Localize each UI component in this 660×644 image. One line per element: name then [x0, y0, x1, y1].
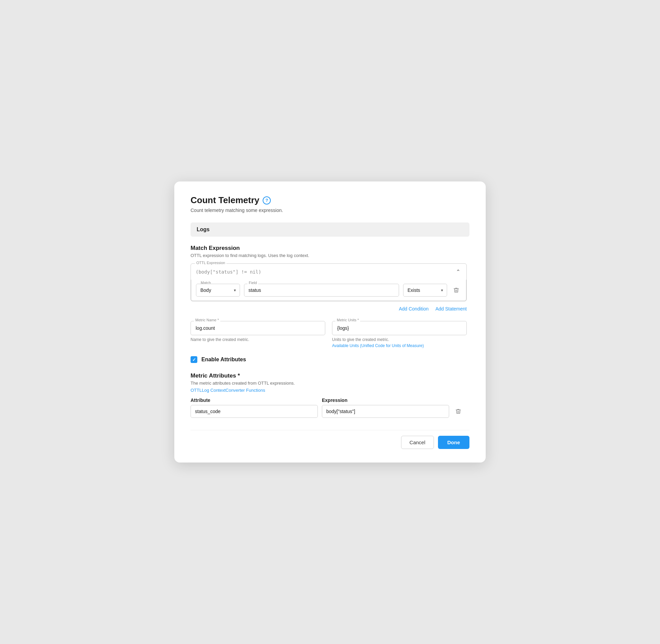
metric-name-input-wrapper: Metric Name * [191, 321, 325, 335]
attributes-title: Metric Attributes * [191, 372, 467, 379]
attribute-input[interactable] [191, 405, 318, 418]
operator-select-wrapper: ExistsEqualsNot EqualsContains [403, 284, 447, 297]
metric-units-input[interactable] [332, 321, 467, 335]
match-expression-section: Match Expression OTTL expression to find… [191, 245, 467, 312]
content-area: Match Expression OTTL expression to find… [191, 245, 469, 418]
metric-units-wrapper: Metric Units * Units to give the created… [332, 321, 467, 348]
modal-header: Count Telemetry ? Count telemetry matchi… [191, 195, 469, 213]
match-expression-desc: OTTL expression to find matching logs. U… [191, 253, 467, 258]
add-links-row: Add Condition Add Statement [191, 306, 467, 312]
metric-name-label: Metric Name * [194, 318, 220, 322]
match-select[interactable]: BodyAttributesResource [196, 284, 240, 297]
attribute-delete-button[interactable] [453, 406, 467, 416]
condition-row: Match BodyAttributesResource Field Exist… [191, 280, 466, 301]
add-condition-button[interactable]: Add Condition [399, 306, 428, 312]
col-expression-label: Expression [322, 398, 449, 403]
cancel-button[interactable]: Cancel [401, 436, 434, 449]
condition-delete-button[interactable] [451, 285, 461, 295]
operator-field-group: ExistsEqualsNot EqualsContains [403, 284, 447, 297]
ottl-expression-container: OTTL Expression (body["status"] != nil) … [191, 263, 467, 301]
ottl-collapse-button[interactable]: ⌃ [455, 268, 462, 276]
col-attribute-label: Attribute [191, 398, 318, 403]
checkbox-check-icon: ✓ [192, 358, 196, 362]
field-field-group: Field [244, 284, 399, 297]
metric-units-helper: Units to give the created metric. [332, 337, 467, 342]
ottl-label: OTTL Expression [195, 261, 226, 265]
add-statement-button[interactable]: Add Statement [435, 306, 467, 312]
field-input[interactable] [244, 284, 399, 297]
enable-attributes-label: Enable Attributes [201, 357, 246, 363]
metric-attributes-section: Metric Attributes * The metric attribute… [191, 372, 467, 418]
metric-fields-row: Metric Name * Name to give the created m… [191, 321, 467, 348]
match-field-group: Match BodyAttributesResource [196, 284, 240, 297]
modal-title: Count Telemetry [191, 195, 259, 206]
enable-attributes-checkbox[interactable]: ✓ [191, 356, 197, 363]
attributes-link[interactable]: OTTLLog ContextConverter Functions [191, 388, 467, 393]
title-row: Count Telemetry ? [191, 195, 469, 206]
modal-footer: Cancel Done [191, 430, 469, 449]
operator-select[interactable]: ExistsEqualsNot EqualsContains [403, 284, 447, 297]
metric-name-helper: Name to give the created metric. [191, 337, 325, 342]
ottl-expression-field: (body["status"] != nil) ⌃ [191, 264, 466, 280]
ottl-expression-text: (body["status"] != nil) [196, 269, 455, 275]
match-expression-title: Match Expression [191, 245, 467, 252]
modal-subtitle: Count telemetry matching some expression… [191, 208, 469, 213]
attributes-desc: The metric attributes created from OTTL … [191, 381, 467, 386]
metric-units-link[interactable]: Available Units (Unified Code for Units … [332, 343, 467, 348]
enable-attributes-row: ✓ Enable Attributes [191, 356, 467, 363]
field-label: Field [247, 281, 258, 285]
expression-input[interactable] [322, 405, 449, 418]
attributes-table-header: Attribute Expression [191, 398, 467, 405]
metric-name-wrapper: Metric Name * Name to give the created m… [191, 321, 325, 348]
metric-name-input[interactable] [191, 321, 325, 335]
match-select-wrapper: BodyAttributesResource [196, 284, 240, 297]
help-icon[interactable]: ? [263, 196, 271, 205]
count-telemetry-modal: Count Telemetry ? Count telemetry matchi… [174, 181, 486, 463]
trash-icon [453, 287, 459, 293]
section-header-logs: Logs [191, 222, 469, 237]
metric-units-input-wrapper: Metric Units * [332, 321, 467, 335]
metric-units-label: Metric Units * [335, 318, 360, 322]
done-button[interactable]: Done [438, 436, 470, 449]
trash-icon-row [455, 408, 461, 414]
table-row [191, 405, 467, 418]
